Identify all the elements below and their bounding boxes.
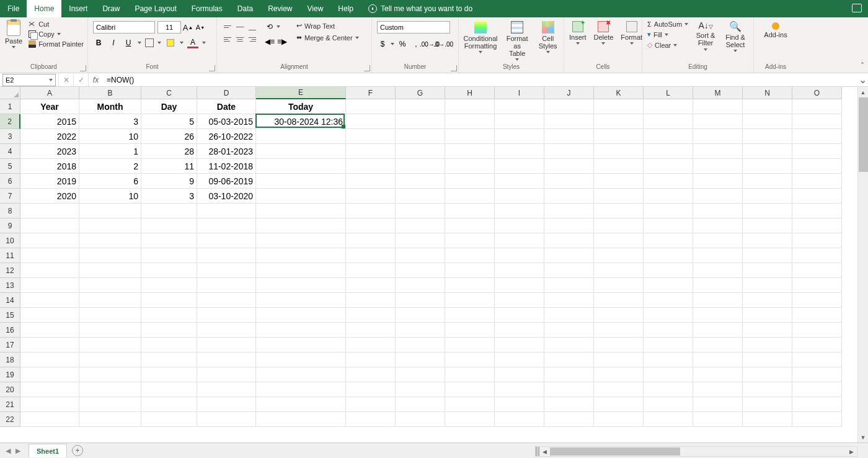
cell-H8[interactable] (445, 204, 495, 218)
cell-G1[interactable] (396, 99, 445, 114)
tab-file[interactable]: File (0, 0, 27, 17)
cell-E22[interactable] (256, 412, 346, 427)
clear-button[interactable]: ◇Clear (646, 40, 689, 50)
cell-I7[interactable] (495, 189, 544, 204)
cell-O22[interactable] (792, 412, 842, 427)
cell-K18[interactable] (594, 352, 644, 367)
cell-A10[interactable] (20, 233, 79, 248)
cell-G18[interactable] (396, 352, 445, 367)
cell-L22[interactable] (644, 412, 693, 427)
cell-F17[interactable] (346, 338, 396, 352)
paste-button[interactable]: Paste (2, 19, 25, 50)
cell-B2[interactable]: 3 (79, 114, 141, 129)
cell-E4[interactable] (256, 144, 346, 159)
tab-formulas[interactable]: Formulas (184, 0, 230, 17)
cell-M4[interactable] (693, 144, 743, 159)
cell-I1[interactable] (495, 99, 544, 114)
cell-D10[interactable] (197, 233, 256, 248)
cell-A9[interactable] (20, 218, 79, 233)
find-select-button[interactable]: 🔍Find & Select (722, 20, 749, 53)
cell-C16[interactable] (141, 323, 197, 338)
cell-D6[interactable]: 09-06-2019 (197, 174, 256, 189)
cell-F20[interactable] (346, 382, 396, 397)
cell-G8[interactable] (396, 204, 445, 218)
cell-M18[interactable] (693, 352, 743, 367)
cell-M12[interactable] (693, 263, 743, 278)
increase-font-button[interactable]: A▲ (182, 22, 193, 33)
cell-D15[interactable] (197, 308, 256, 323)
cell-M8[interactable] (693, 204, 743, 218)
cell-E3[interactable] (256, 129, 346, 144)
cell-O17[interactable] (792, 338, 842, 352)
cell-M14[interactable] (693, 293, 743, 308)
cell-N16[interactable] (743, 323, 792, 338)
cell-N12[interactable] (743, 263, 792, 278)
cell-J12[interactable] (544, 263, 594, 278)
cut-button[interactable]: Cut (27, 20, 85, 29)
cell-L10[interactable] (644, 233, 693, 248)
cell-I21[interactable] (495, 397, 544, 412)
cell-C1[interactable]: Day (141, 99, 197, 114)
cell-O4[interactable] (792, 144, 842, 159)
cell-L12[interactable] (644, 263, 693, 278)
cell-A3[interactable]: 2022 (20, 129, 79, 144)
cell-M17[interactable] (693, 338, 743, 352)
cell-N15[interactable] (743, 308, 792, 323)
cell-K2[interactable] (594, 114, 644, 129)
scroll-down-button[interactable]: ▼ (858, 432, 868, 442)
cell-K11[interactable] (594, 248, 644, 263)
row-header-16[interactable]: 16 (0, 323, 20, 338)
formula-input[interactable] (103, 74, 857, 86)
cell-J13[interactable] (544, 278, 594, 293)
cell-H4[interactable] (445, 144, 495, 159)
cell-M3[interactable] (693, 129, 743, 144)
cell-B12[interactable] (79, 263, 141, 278)
cell-L9[interactable] (644, 218, 693, 233)
cell-C21[interactable] (141, 397, 197, 412)
col-header-D[interactable]: D (197, 87, 256, 99)
cell-D13[interactable] (197, 278, 256, 293)
cell-H22[interactable] (445, 412, 495, 427)
cell-B10[interactable] (79, 233, 141, 248)
cell-C3[interactable]: 26 (141, 129, 197, 144)
new-sheet-button[interactable]: + (72, 445, 83, 456)
cell-L3[interactable] (644, 129, 693, 144)
cell-F8[interactable] (346, 204, 396, 218)
vertical-scrollbar[interactable]: ▲ ▼ (857, 87, 868, 442)
cell-G11[interactable] (396, 248, 445, 263)
cell-J8[interactable] (544, 204, 594, 218)
cell-C17[interactable] (141, 338, 197, 352)
cell-D20[interactable] (197, 382, 256, 397)
cell-L5[interactable] (644, 159, 693, 174)
cell-A4[interactable]: 2023 (20, 144, 79, 159)
cell-H3[interactable] (445, 129, 495, 144)
cell-C4[interactable]: 28 (141, 144, 197, 159)
cell-N5[interactable] (743, 159, 792, 174)
row-header-6[interactable]: 6 (0, 174, 20, 189)
italic-button[interactable]: I (108, 37, 119, 48)
cell-B19[interactable] (79, 367, 141, 382)
align-top-button[interactable] (222, 21, 233, 32)
cell-O15[interactable] (792, 308, 842, 323)
cell-H20[interactable] (445, 382, 495, 397)
cell-K16[interactable] (594, 323, 644, 338)
cell-A2[interactable]: 2015 (20, 114, 79, 129)
cell-O10[interactable] (792, 233, 842, 248)
merge-center-button[interactable]: ⬌Merge & Center (295, 33, 360, 42)
cell-H13[interactable] (445, 278, 495, 293)
cell-F14[interactable] (346, 293, 396, 308)
cell-K22[interactable] (594, 412, 644, 427)
cell-C7[interactable]: 3 (141, 189, 197, 204)
cell-H9[interactable] (445, 218, 495, 233)
cell-M22[interactable] (693, 412, 743, 427)
cell-E19[interactable] (256, 367, 346, 382)
cell-A18[interactable] (20, 352, 79, 367)
col-header-A[interactable]: A (20, 87, 79, 99)
cell-E9[interactable] (256, 218, 346, 233)
font-size-select[interactable] (157, 21, 181, 34)
cell-H6[interactable] (445, 174, 495, 189)
increase-indent-button[interactable]: ≡▶ (277, 36, 288, 47)
cell-G20[interactable] (396, 382, 445, 397)
cell-G3[interactable] (396, 129, 445, 144)
cell-A19[interactable] (20, 367, 79, 382)
